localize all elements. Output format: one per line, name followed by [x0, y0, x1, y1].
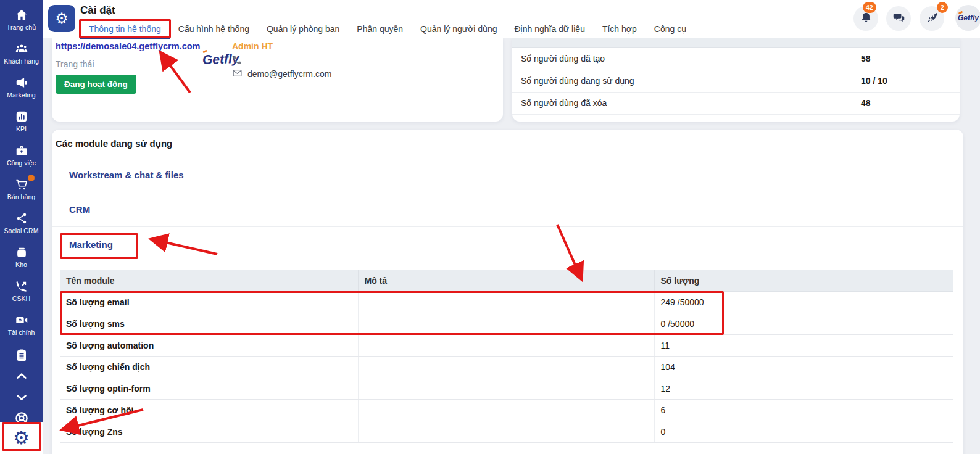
- user-stat-label: Số người dùng đã tạo: [521, 54, 605, 64]
- user-stats-header-strip: [512, 38, 960, 48]
- user-stat-row: Số người dùng đang sử dụng10 / 10: [512, 70, 960, 93]
- clipboard-icon[interactable]: [14, 348, 29, 363]
- tab-tools[interactable]: Công cụ: [646, 19, 695, 38]
- camera-icon: [15, 313, 28, 327]
- sidebar-item-tasks[interactable]: Công việc: [0, 138, 43, 172]
- modules-card: Các module đang sử dụng Workstream & cha…: [52, 130, 963, 454]
- accordion-crm[interactable]: CRM: [52, 192, 963, 227]
- page-title: Cài đặt: [80, 4, 115, 17]
- table-row: Số lượng optin-form12: [60, 378, 953, 400]
- sidebar-items: Trang chủKhách hàngMarketingKPICông việc…: [0, 2, 43, 342]
- module-name-cell: Số lượng chiến dịch: [60, 357, 358, 378]
- sidebar-item-label: Khách hàng: [4, 57, 39, 65]
- user-stat-value: 48: [861, 98, 871, 108]
- admin-email-row: demo@getflycrm.com: [232, 68, 331, 80]
- sidebar-item-cskh[interactable]: CSKH: [0, 274, 43, 308]
- admin-email: demo@getflycrm.com: [247, 69, 331, 79]
- sidebar-item-home[interactable]: Trang chủ: [0, 2, 43, 36]
- share-icon: [15, 212, 28, 225]
- notification-dot: [28, 175, 35, 181]
- sidebar-item-customers[interactable]: Khách hàng: [0, 36, 43, 70]
- accordion-label: Workstream & chat & files: [69, 170, 184, 180]
- module-desc-cell: [358, 313, 654, 335]
- table-row: Số lượng email249 /50000: [60, 292, 953, 313]
- tab-data-definition[interactable]: Định nghĩa dữ liệu: [505, 19, 593, 38]
- sidebar-item-label: CSKH: [12, 295, 30, 302]
- user-stat-value: 10 / 10: [861, 76, 887, 86]
- table-row: Số lượng cơ hội6: [60, 400, 953, 421]
- column-header: Tên module: [60, 270, 358, 292]
- account-avatar[interactable]: Getfly: [955, 5, 980, 31]
- sidebar-item-label: Công việc: [7, 159, 36, 167]
- user-stat-label: Số người dùng đã xóa: [521, 98, 607, 108]
- archive-icon: [15, 246, 28, 259]
- rocket-icon: [926, 11, 939, 27]
- cart-icon: [15, 178, 28, 191]
- chevron-down-icon[interactable]: [14, 390, 29, 405]
- tab-system-info[interactable]: Thông tin hệ thống: [80, 19, 170, 38]
- column-header: Số lượng: [654, 270, 953, 292]
- rocket-badge: 2: [937, 2, 948, 13]
- marketing-modules-table: Tên moduleMô tảSố lượng Số lượng email24…: [60, 270, 953, 443]
- sidebar-item-label: KPI: [16, 125, 27, 133]
- tab-integration[interactable]: Tích hợp: [594, 19, 646, 38]
- sidebar-extra-icons: [0, 342, 43, 426]
- chat-button[interactable]: [886, 6, 911, 31]
- phone-icon: [15, 279, 28, 293]
- sidebar-item-label: Kho: [15, 261, 27, 268]
- user-stat-value: 58: [861, 54, 871, 64]
- module-desc-cell: [358, 421, 654, 443]
- status-label: Trạng thái: [56, 59, 94, 69]
- briefcase-icon: [15, 144, 28, 157]
- module-qty-cell: 6: [654, 400, 953, 421]
- accordion-workstream[interactable]: Workstream & chat & files: [52, 158, 963, 192]
- table-row: Số lượng sms0 /50000: [60, 313, 953, 335]
- sidebar-item-kpi[interactable]: KPI: [0, 104, 43, 138]
- table-row: Số lượng automation11: [60, 335, 953, 357]
- settings-app-icon: ⚙: [48, 5, 75, 32]
- system-url-link[interactable]: https://demosale04.getflycrm.com: [56, 41, 201, 51]
- user-stats-card: Số người dùng đã tạo58Số người dùng đang…: [512, 38, 960, 122]
- phone-icon: [232, 55, 243, 67]
- module-qty-cell: 249 /50000: [654, 292, 953, 313]
- module-name-cell: Số lượng Zns: [60, 421, 358, 443]
- user-stat-row: Số người dùng đã tạo58: [512, 48, 960, 70]
- gear-icon: ⚙: [55, 10, 69, 27]
- tab-users[interactable]: Quản lý người dùng: [412, 19, 505, 38]
- chevron-up-icon[interactable]: [14, 369, 29, 384]
- sidebar-item-sales[interactable]: Bán hàng: [0, 172, 43, 206]
- notification-badge: 42: [863, 2, 876, 13]
- user-stat-label: Số người dùng đang sử dụng: [521, 76, 634, 86]
- sidebar-item-marketing[interactable]: Marketing: [0, 70, 43, 104]
- status-badge: Đang hoạt động: [56, 75, 136, 94]
- module-qty-cell: 0 /50000: [654, 313, 953, 335]
- accordion-marketing[interactable]: Marketing: [52, 227, 963, 262]
- sidebar-bottom: ⚙: [0, 422, 43, 454]
- table-row: Số lượng chiến dịch104: [60, 357, 953, 378]
- mail-icon: [232, 68, 243, 80]
- settings-tabs: Thông tin hệ thốngCấu hình hệ thốngQuản …: [80, 19, 695, 38]
- module-desc-cell: [358, 378, 654, 400]
- modules-section-title: Các module đang sử dụng: [56, 138, 172, 149]
- module-desc-cell: [358, 357, 654, 378]
- header: ⚙ Cài đặt Thông tin hệ thốngCấu hình hệ …: [43, 0, 980, 38]
- megaphone-icon: [15, 76, 28, 89]
- table-header-row: Tên moduleMô tảSố lượng: [60, 270, 953, 292]
- module-qty-cell: 12: [654, 378, 953, 400]
- sidebar-item-warehouse[interactable]: Kho: [0, 240, 43, 274]
- tab-system-config[interactable]: Cấu hình hệ thống: [170, 19, 258, 38]
- user-stat-row: Số người dùng đã xóa48: [512, 93, 960, 115]
- tab-departments[interactable]: Quản lý phòng ban: [258, 19, 348, 38]
- module-qty-cell: 104: [654, 357, 953, 378]
- accordion-label: Marketing: [69, 239, 113, 250]
- getfly-crm-settings-page: Trang chủKhách hàngMarketingKPICông việc…: [0, 0, 980, 454]
- admin-phone-row: [232, 55, 247, 67]
- sidebar-item-finance[interactable]: Tài chính: [0, 308, 43, 342]
- column-header: Mô tả: [358, 270, 654, 292]
- module-name-cell: Số lượng optin-form: [60, 378, 358, 400]
- sidebar-item-social-crm[interactable]: Social CRM: [0, 206, 43, 240]
- module-qty-cell: 0: [654, 421, 953, 443]
- tab-permissions[interactable]: Phân quyền: [348, 19, 412, 38]
- gear-icon[interactable]: ⚙: [13, 429, 30, 447]
- module-name-cell: Số lượng sms: [60, 313, 358, 335]
